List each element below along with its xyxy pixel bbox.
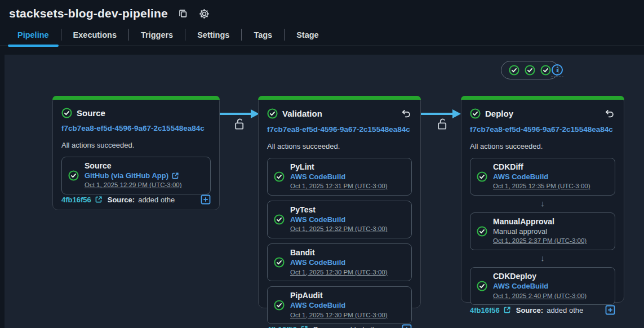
stage-status-text: All actions succeeded. <box>470 142 615 150</box>
success-icon <box>274 214 285 225</box>
expand-stage-icon[interactable] <box>402 324 412 328</box>
action-provider-link[interactable]: AWS CodeBuild <box>493 172 548 182</box>
action-name: CDKDeploy <box>493 272 587 282</box>
stage-header: Deploy <box>470 108 615 119</box>
commit-message: added othe <box>344 325 380 328</box>
success-icon <box>525 65 535 76</box>
success-icon <box>274 300 285 311</box>
stage-status-text: All actions succeeded. <box>61 141 211 149</box>
external-link-icon <box>300 325 308 328</box>
action-timestamp-link[interactable]: Oct 1, 2025 12:35 PM (UTC-3:00) <box>493 181 590 191</box>
commit-message: added othe <box>138 196 175 204</box>
action-timestamp-link[interactable]: Oct 1, 2025 12:30 PM (UTC-3:00) <box>290 268 388 277</box>
tab-settings[interactable]: Settings <box>185 24 241 46</box>
action-card[interactable]: PyTest AWS CodeBuild Oct 1, 2025 12:32 P… <box>267 201 412 238</box>
success-icon <box>477 171 487 182</box>
page-title: stacksets-blog-dev-pipeline <box>9 7 168 20</box>
external-link-icon <box>95 196 103 203</box>
pipeline-panel: i Source f7cb7ea8-ef5d-4596-9a67-2c15548… <box>5 55 644 328</box>
tab-executions[interactable]: Executions <box>61 24 128 46</box>
info-icon[interactable]: i <box>551 64 563 77</box>
tab-triggers[interactable]: Triggers <box>129 24 185 46</box>
action-card[interactable]: Bandit AWS CodeBuild Oct 1, 2025 12:30 P… <box>267 243 412 281</box>
stage-actions: PyLint AWS CodeBuild Oct 1, 2025 12:31 P… <box>267 153 412 324</box>
commit-link[interactable]: 4fb16f56 <box>61 196 91 204</box>
action-name: PyTest <box>290 205 388 215</box>
stage-footer: 4fb16f56 Source: added othe <box>61 194 211 205</box>
retry-stage-icon[interactable] <box>603 108 615 119</box>
success-icon <box>509 65 519 76</box>
action-provider-link: Manual approval <box>493 227 547 237</box>
title-bar: stacksets-blog-dev-pipeline <box>0 0 644 23</box>
action-provider-link[interactable]: GitHub (via GitHub App) <box>85 171 168 181</box>
expand-stage-icon[interactable] <box>201 194 211 205</box>
tab-pipeline[interactable]: Pipeline <box>6 24 61 46</box>
action-timestamp-link[interactable]: Oct 1, 2025 12:31 PM (UTC-3:00) <box>290 181 388 191</box>
action-provider-link[interactable]: AWS CodeBuild <box>493 282 548 291</box>
stage-card: Validation f7cb7ea8-ef5d-4596-9a67-2c155… <box>258 96 421 308</box>
stage-name: Deploy <box>485 109 513 118</box>
stage-header: Source <box>61 108 211 118</box>
action-timestamp-link[interactable]: Oct 1, 2025 12:29 PM (UTC-3:00) <box>85 180 182 190</box>
commit-link[interactable]: 4fb16f56 <box>267 325 297 328</box>
action-timestamp-link[interactable]: Oct 1, 2025 12:32 PM (UTC-3:00) <box>290 224 388 234</box>
action-timestamp-link[interactable]: Oct 1, 2025 2:37 PM (UTC-3:00) <box>493 236 587 246</box>
unlocked-transition-icon[interactable] <box>436 117 449 131</box>
success-icon <box>68 170 79 181</box>
stage-actions: CDKDiff AWS CodeBuild Oct 1, 2025 12:35 … <box>470 153 615 305</box>
action-name: PipAudit <box>290 291 388 301</box>
action-timestamp-link[interactable]: Oct 1, 2025 2:40 PM (UTC-3:00) <box>493 291 587 301</box>
action-timestamp-link[interactable]: Oct 1, 2025 12:30 PM (UTC-3:00) <box>290 311 388 320</box>
unlocked-transition-icon[interactable] <box>233 117 246 131</box>
stage-card: Source f7cb7ea8-ef5d-4596-9a67-2c15548ea… <box>52 96 220 210</box>
action-name: Source <box>85 161 182 171</box>
action-flow-arrow-icon: ↓ <box>470 199 615 207</box>
action-card[interactable]: PyLint AWS CodeBuild Oct 1, 2025 12:31 P… <box>267 158 412 196</box>
source-label: Source: <box>516 306 543 314</box>
action-provider-link[interactable]: AWS CodeBuild <box>290 172 345 182</box>
pipeline-status-pill[interactable] <box>501 61 559 79</box>
action-card[interactable]: ManualApproval Manual approval Oct 1, 20… <box>470 212 615 250</box>
action-name: Bandit <box>290 248 388 258</box>
execution-id-link[interactable]: f7cb7ea8-ef5d-4596-9a67-2c15548ea84c <box>470 125 615 134</box>
external-link-icon <box>503 306 511 314</box>
action-provider-link[interactable]: AWS CodeBuild <box>290 258 345 268</box>
action-name: ManualApproval <box>493 217 587 227</box>
tab-stage[interactable]: Stage <box>285 24 331 46</box>
execution-id-link[interactable]: f7cb7ea8-ef5d-4596-9a67-2c15548ea84c <box>61 124 211 132</box>
source-label: Source: <box>313 325 340 328</box>
action-card[interactable]: Source GitHub (via GitHub App) Oct 1, 20… <box>61 157 211 194</box>
stage-name: Validation <box>282 109 322 118</box>
execution-id-link[interactable]: f7cb7ea8-ef5d-4596-9a67-2c15548ea84c <box>267 125 412 134</box>
success-icon <box>274 257 285 268</box>
success-icon <box>477 226 487 237</box>
retry-stage-icon[interactable] <box>400 108 412 119</box>
stage-card: Deploy f7cb7ea8-ef5d-4596-9a67-2c15548ea… <box>461 96 624 303</box>
success-icon <box>477 281 487 291</box>
commit-link[interactable]: 4fb16f56 <box>470 306 500 314</box>
stage-actions: Source GitHub (via GitHub App) Oct 1, 20… <box>61 152 211 194</box>
expand-stage-icon[interactable] <box>605 305 615 315</box>
tab-tags[interactable]: Tags <box>242 24 284 46</box>
action-provider-link[interactable]: AWS CodeBuild <box>290 301 345 311</box>
copy-icon[interactable] <box>177 7 189 20</box>
action-name: CDKDiff <box>493 162 590 172</box>
stage-header: Validation <box>267 108 412 119</box>
source-label: Source: <box>108 196 135 204</box>
success-icon <box>61 108 72 118</box>
stage-name: Source <box>77 108 105 118</box>
action-flow-arrow-icon: ↓ <box>470 254 615 262</box>
success-icon <box>267 108 278 119</box>
stage-footer: 4fb16f56 Source: added othe <box>267 324 412 328</box>
stage-status-text: All actions succeeded. <box>267 142 412 150</box>
action-card[interactable]: PipAudit AWS CodeBuild Oct 1, 2025 12:30… <box>267 286 412 324</box>
tab-bar: PipelineExecutionsTriggersSettingsTagsSt… <box>0 24 644 46</box>
action-card[interactable]: CDKDeploy AWS CodeBuild Oct 1, 2025 2:40… <box>470 267 615 305</box>
commit-message: added othe <box>547 306 583 314</box>
success-icon <box>470 108 481 119</box>
action-provider-link[interactable]: AWS CodeBuild <box>290 215 345 225</box>
action-name: PyLint <box>290 162 388 172</box>
action-card[interactable]: CDKDiff AWS CodeBuild Oct 1, 2025 12:35 … <box>470 158 615 196</box>
gear-icon[interactable] <box>198 7 211 20</box>
external-link-icon <box>171 172 179 180</box>
